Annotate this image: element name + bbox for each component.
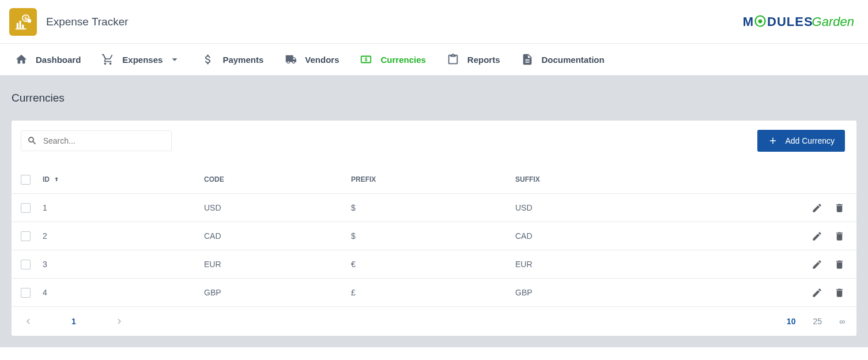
- add-currency-label: Add Currency: [785, 136, 835, 145]
- currency-icon: $: [360, 53, 372, 66]
- chart-dollar-icon: $: [14, 13, 32, 31]
- header-id[interactable]: ID: [43, 175, 204, 183]
- page-current[interactable]: 1: [71, 317, 76, 326]
- cell-suffix: GBP: [515, 288, 812, 297]
- clipboard-icon: [447, 53, 459, 66]
- edit-icon[interactable]: [812, 287, 822, 298]
- header-prefix[interactable]: PREFIX: [351, 175, 515, 183]
- cell-id: 3: [43, 260, 204, 269]
- nav-currencies-label: Currencies: [380, 55, 425, 65]
- truck-icon: [284, 53, 297, 66]
- svg-rect-6: [22, 24, 24, 28]
- cell-prefix: £: [351, 288, 515, 297]
- cell-code: USD: [204, 203, 351, 212]
- cell-code: GBP: [204, 288, 351, 297]
- main-nav: Dashboard Expenses Payments Vendors $ Cu…: [0, 44, 868, 76]
- cell-prefix: $: [351, 203, 515, 212]
- nav-dashboard[interactable]: Dashboard: [5, 44, 91, 76]
- table-row: 4GBP£GBP: [12, 279, 856, 307]
- nav-reports-label: Reports: [467, 55, 500, 65]
- page-size-10[interactable]: 10: [787, 317, 796, 326]
- page-body: Currencies Add Currency ID CODE PREFIX: [0, 76, 868, 347]
- page-size-inf[interactable]: ∞: [839, 317, 845, 326]
- cell-id: 4: [43, 288, 204, 297]
- select-all-checkbox[interactable]: [21, 175, 31, 185]
- dollar-icon: [202, 53, 214, 66]
- nav-vendors[interactable]: Vendors: [274, 44, 349, 76]
- page-title: Currencies: [12, 92, 856, 104]
- app-logo-icon: $: [9, 8, 37, 36]
- page-prev-icon[interactable]: [23, 316, 33, 327]
- cell-prefix: €: [351, 260, 515, 269]
- home-icon: [15, 53, 28, 66]
- cell-code: CAD: [204, 231, 351, 241]
- nav-reports[interactable]: Reports: [436, 44, 511, 76]
- table-row: 1USD$USD: [12, 194, 856, 222]
- page-size-25[interactable]: 25: [813, 317, 822, 326]
- nav-currencies[interactable]: $ Currencies: [349, 44, 436, 76]
- pagination: 1 10 25 ∞: [12, 307, 856, 336]
- cell-prefix: $: [351, 231, 515, 241]
- row-checkbox[interactable]: [21, 231, 31, 241]
- header-suffix[interactable]: SUFFIX: [515, 175, 812, 183]
- svg-rect-5: [19, 21, 21, 28]
- cell-id: 1: [43, 203, 204, 212]
- plus-icon: [768, 136, 778, 146]
- search-icon: [27, 135, 37, 147]
- nav-expenses-label: Expenses: [122, 55, 163, 65]
- row-checkbox[interactable]: [21, 260, 31, 269]
- pagination-arrows: 1: [23, 316, 124, 327]
- sort-asc-icon: [53, 176, 60, 183]
- topbar: $ Expense Tracker M⦿DULESGarden: [0, 0, 868, 44]
- edit-icon[interactable]: [812, 259, 822, 270]
- nav-dashboard-label: Dashboard: [36, 55, 81, 65]
- cell-suffix: USD: [515, 203, 812, 212]
- delete-icon[interactable]: [834, 202, 845, 213]
- table-row: 2CAD$CAD: [12, 222, 856, 250]
- search-input[interactable]: [43, 136, 165, 145]
- row-checkbox[interactable]: [21, 288, 31, 298]
- cell-id: 2: [43, 231, 204, 241]
- cell-code: EUR: [204, 260, 351, 269]
- gear-icon: ⦿: [754, 14, 767, 29]
- panel-toolbar: Add Currency: [12, 121, 856, 152]
- nav-documentation-label: Documentation: [542, 55, 605, 65]
- svg-rect-4: [17, 22, 18, 28]
- edit-icon[interactable]: [812, 231, 822, 242]
- nav-payments[interactable]: Payments: [191, 44, 274, 76]
- delete-icon[interactable]: [834, 287, 845, 298]
- delete-icon[interactable]: [834, 231, 845, 242]
- vendor-logo[interactable]: M⦿DULESGarden: [743, 14, 854, 29]
- search-input-wrapper[interactable]: [21, 130, 172, 151]
- nav-documentation[interactable]: Documentation: [511, 44, 615, 76]
- document-icon: [521, 53, 534, 66]
- nav-vendors-label: Vendors: [305, 55, 339, 65]
- chevron-down-icon: [168, 53, 181, 66]
- page-size-selector: 10 25 ∞: [787, 317, 845, 326]
- page-next-icon[interactable]: [114, 316, 124, 327]
- header-code[interactable]: CODE: [204, 175, 351, 183]
- add-currency-button[interactable]: Add Currency: [757, 130, 845, 152]
- row-checkbox[interactable]: [21, 203, 31, 213]
- nav-expenses[interactable]: Expenses: [91, 44, 191, 76]
- table-row: 3EUR€EUR: [12, 250, 856, 279]
- cell-suffix: CAD: [515, 231, 812, 241]
- content-panel: Add Currency ID CODE PREFIX SUFFIX 1USD$…: [12, 121, 856, 336]
- svg-text:$: $: [365, 57, 368, 62]
- cell-suffix: EUR: [515, 260, 812, 269]
- currencies-table: ID CODE PREFIX SUFFIX 1USD$USD2CAD$CAD3E…: [12, 166, 856, 307]
- table-header-row: ID CODE PREFIX SUFFIX: [12, 166, 856, 194]
- edit-icon[interactable]: [812, 202, 822, 213]
- nav-payments-label: Payments: [222, 55, 263, 65]
- cart-icon: [101, 53, 114, 66]
- app-title: Expense Tracker: [46, 16, 129, 28]
- delete-icon[interactable]: [834, 259, 845, 270]
